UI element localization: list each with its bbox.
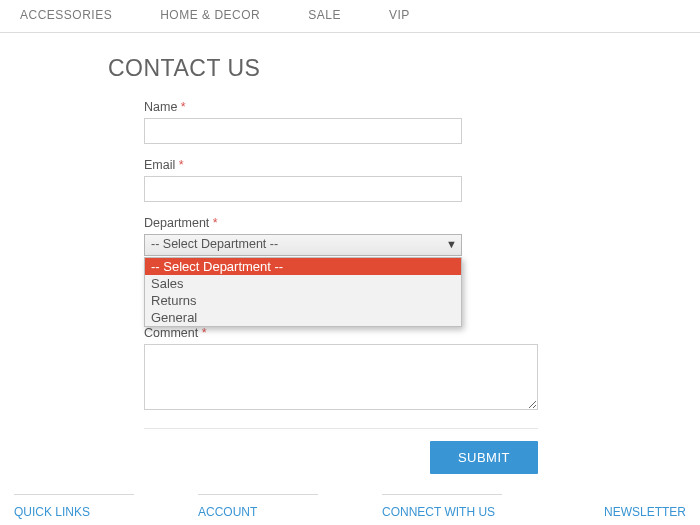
nav-item-home-decor[interactable]: HOME & DECOR: [160, 8, 260, 22]
name-input[interactable]: [144, 118, 462, 144]
divider: [14, 494, 134, 495]
email-label-text: Email: [144, 158, 175, 172]
department-selected-value: -- Select Department --: [151, 237, 278, 251]
required-mark: *: [179, 158, 184, 172]
top-nav: ACCESSORIES HOME & DECOR SALE VIP: [0, 0, 700, 33]
comment-textarea[interactable]: [144, 344, 538, 410]
department-option-returns[interactable]: Returns: [145, 292, 461, 309]
chevron-down-icon: ▼: [446, 238, 457, 250]
field-comment: Comment *: [108, 326, 700, 414]
divider: [382, 494, 502, 495]
department-option-placeholder[interactable]: -- Select Department --: [145, 258, 461, 275]
nav-item-vip[interactable]: VIP: [389, 8, 410, 22]
footer-col-connect[interactable]: CONNECT WITH US: [382, 476, 502, 519]
page-body: CONTACT US Name * Email * Department * -…: [0, 33, 700, 474]
footer-link-account: ACCOUNT: [198, 505, 257, 519]
footer-col-account[interactable]: ACCOUNT: [198, 476, 318, 519]
submit-button[interactable]: SUBMIT: [430, 441, 538, 474]
department-option-general[interactable]: General: [145, 309, 461, 326]
required-mark: *: [202, 326, 207, 340]
comment-label-text: Comment: [144, 326, 198, 340]
department-label: Department *: [144, 216, 700, 230]
required-mark: *: [213, 216, 218, 230]
department-option-sales[interactable]: Sales: [145, 275, 461, 292]
footer-link-quick: QUICK LINKS: [14, 505, 90, 519]
department-select[interactable]: -- Select Department -- ▼: [144, 234, 462, 256]
comment-label: Comment *: [144, 326, 700, 340]
page-title: CONTACT US: [108, 55, 700, 82]
footer-col-newsletter[interactable]: NEWSLETTER: [604, 487, 686, 519]
nav-item-accessories[interactable]: ACCESSORIES: [20, 8, 112, 22]
department-label-text: Department: [144, 216, 209, 230]
email-input[interactable]: [144, 176, 462, 202]
department-dropdown[interactable]: -- Select Department -- Sales Returns Ge…: [144, 257, 462, 327]
required-mark: *: [181, 100, 186, 114]
footer-link-newsletter: NEWSLETTER: [604, 505, 686, 519]
name-label: Name *: [144, 100, 700, 114]
name-label-text: Name: [144, 100, 177, 114]
footer-col-quick-links[interactable]: QUICK LINKS: [14, 476, 134, 519]
submit-row: SUBMIT: [144, 428, 538, 474]
nav-item-sale[interactable]: SALE: [308, 8, 341, 22]
field-name: Name *: [108, 100, 700, 144]
divider: [198, 494, 318, 495]
footer-link-connect: CONNECT WITH US: [382, 505, 495, 519]
field-department: Department * -- Select Department -- ▼ -…: [108, 216, 700, 256]
footer: QUICK LINKS ACCOUNT CONNECT WITH US NEWS…: [0, 476, 700, 525]
email-label: Email *: [144, 158, 700, 172]
field-email: Email *: [108, 158, 700, 202]
